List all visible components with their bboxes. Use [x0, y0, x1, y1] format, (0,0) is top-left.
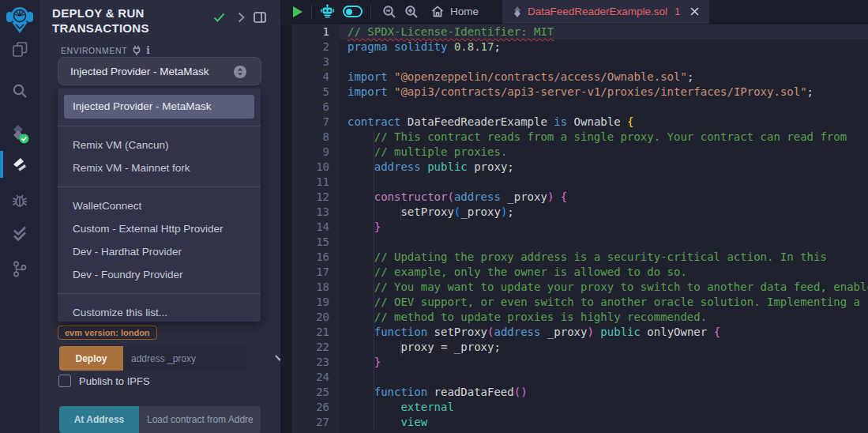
environment-option[interactable]: Remix VM - Mainnet fork [58, 156, 261, 179]
environment-option[interactable]: Dev - Foundry Provider [58, 263, 261, 286]
panel-title: DEPLOY & RUN TRANSACTIONS [52, 6, 194, 36]
activity-bar [0, 0, 39, 433]
line-number: 23 [292, 355, 340, 370]
line-number: 19 [292, 295, 340, 310]
environment-select[interactable]: Injected Provider - MetaMask [58, 57, 261, 85]
line-number: 25 [292, 385, 340, 400]
code-line: 22 proxy = _proxy; [280, 340, 868, 355]
code-line: 16 // Updating the proxy address is a se… [280, 250, 868, 265]
unit-testing-icon[interactable] [0, 218, 39, 250]
search-icon[interactable] [0, 75, 39, 107]
environment-option[interactable]: Injected Provider - MetaMask [64, 95, 254, 119]
line-number: 14 [292, 220, 340, 235]
deploy-row: Deploy [59, 346, 247, 371]
check-badge [20, 134, 29, 144]
file-tab-label: DataFeedReaderExample.sol [528, 6, 667, 17]
code-editor[interactable]: 1// SPDX-License-Identifier: MIT2pragma … [280, 24, 868, 433]
menu-divider [58, 293, 261, 294]
code-lines: 1// SPDX-License-Identifier: MIT2pragma … [280, 24, 868, 430]
publish-ipfs-label: Publish to IPFS [79, 375, 150, 387]
ai-toggle[interactable] [343, 6, 363, 17]
solidity-file-icon [513, 6, 522, 17]
line-number: 21 [292, 325, 340, 340]
code-line: 27 view [280, 415, 868, 430]
code-line: 3 [280, 55, 868, 70]
environment-select-value: Injected Provider - MetaMask [70, 66, 209, 77]
home-tab-label: Home [450, 6, 479, 17]
line-number: 15 [292, 235, 340, 250]
line-number: 8 [292, 130, 340, 145]
editor-region: Home DataFeedReaderExample.sol 1 1// SPD… [280, 0, 868, 433]
code-line: 21 function setProxy(address _proxy) pub… [280, 325, 868, 340]
line-number: 9 [292, 145, 340, 160]
environment-option[interactable]: WalletConnect [58, 194, 261, 217]
toolbar-divider [311, 5, 312, 19]
code-line: 15 [280, 235, 868, 250]
code-line: 13 setProxy(_proxy); [280, 205, 868, 220]
chevron-right-icon[interactable] [234, 10, 248, 24]
environment-option[interactable]: Custom - External Http Provider [58, 217, 261, 240]
code-line: 11 [280, 175, 868, 190]
code-line: 9 // multiple proxies. [280, 145, 868, 160]
code-line: 6 [280, 100, 868, 115]
git-icon[interactable] [0, 253, 39, 284]
file-explorer-icon[interactable] [0, 33, 39, 65]
code-line: 10 address public proxy; [280, 160, 868, 175]
panel-pin-icon[interactable] [253, 10, 267, 24]
editor-toolbar: Home DataFeedReaderExample.sol 1 [280, 0, 868, 24]
line-number: 17 [292, 265, 340, 280]
line-number: 11 [292, 175, 340, 190]
zoom-out-icon[interactable] [382, 5, 396, 19]
menu-divider [58, 186, 261, 187]
code-line: 8 // This contract reads from a single p… [280, 130, 868, 145]
code-line: 5import "@api3/contracts/api3-server-v1/… [280, 85, 868, 100]
line-number: 20 [292, 310, 340, 325]
line-number: 22 [292, 340, 340, 355]
remix-ide-window: DEPLOY & RUN TRANSACTIONS ENVIRONMENT i … [0, 0, 868, 433]
line-number: 27 [292, 415, 340, 430]
at-address-row: At Address [59, 406, 261, 433]
code-line: 26 external [280, 400, 868, 415]
line-number: 24 [292, 370, 340, 385]
code-line: 17 // example, only the owner is allowed… [280, 265, 868, 280]
zoom-in-icon[interactable] [404, 5, 419, 19]
deploy-args-input[interactable] [123, 346, 247, 371]
code-line: 25 function readDataFeed() [280, 385, 868, 400]
environment-dropdown-menu: Injected Provider - MetaMaskRemix VM (Ca… [58, 88, 261, 322]
code-line: 24 [280, 370, 868, 385]
select-sort-icon [234, 66, 246, 78]
line-number: 10 [292, 160, 340, 175]
environment-option[interactable]: Remix VM (Cancun) [58, 134, 261, 156]
evm-version-badge: evm version: london [58, 326, 157, 340]
debugger-icon[interactable] [0, 184, 39, 216]
environment-option[interactable]: Dev - Hardhat Provider [58, 240, 261, 263]
line-number: 16 [292, 250, 340, 265]
toolbar-divider [370, 5, 371, 19]
line-number: 2 [292, 40, 340, 55]
tab-file[interactable]: DataFeedReaderExample.sol 1 [502, 0, 709, 24]
line-number: 6 [292, 100, 340, 115]
code-line: 20 // method to update proxies is highly… [280, 310, 868, 325]
publish-row: Publish to IPFS [58, 375, 150, 387]
line-number: 1 [292, 24, 340, 40]
info-icon[interactable]: i [146, 45, 150, 56]
deploy-button[interactable]: Deploy [59, 346, 123, 371]
line-number: 5 [292, 85, 340, 100]
at-address-button[interactable]: At Address [59, 406, 139, 433]
code-line: 19 // OEV support, or even switch to ano… [280, 295, 868, 310]
at-address-input[interactable] [139, 406, 261, 433]
environment-option[interactable]: Customize this list... [58, 301, 261, 322]
deploy-run-icon[interactable] [0, 149, 39, 180]
remix-logo[interactable] [0, 3, 39, 36]
solidity-compiler-icon[interactable] [0, 119, 39, 150]
ai-assistant-icon[interactable] [320, 4, 335, 19]
close-icon[interactable] [690, 7, 699, 16]
line-number: 12 [292, 190, 340, 205]
code-line: 2pragma solidity 0.8.17; [280, 40, 868, 55]
run-script-icon[interactable] [292, 6, 303, 18]
tab-home[interactable]: Home [431, 6, 479, 17]
home-icon [431, 6, 444, 17]
publish-ipfs-checkbox[interactable] [58, 375, 71, 387]
line-number: 7 [292, 115, 340, 130]
code-line: 18 // You may want to update your proxy … [280, 280, 868, 295]
